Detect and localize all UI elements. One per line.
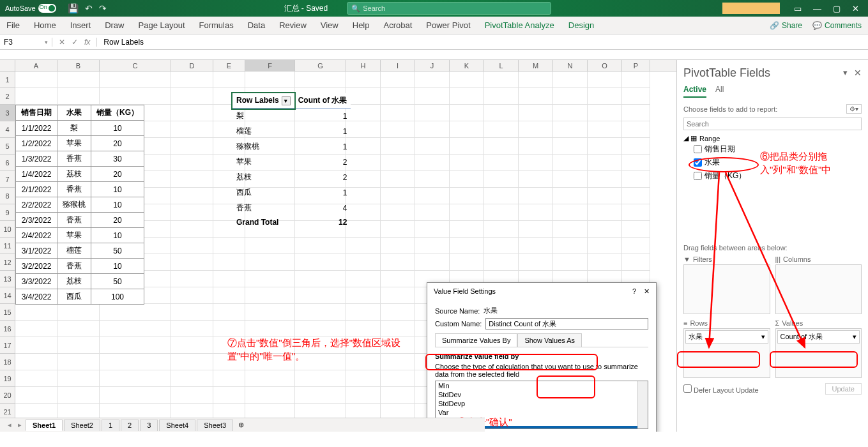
save-icon[interactable]: 💾 — [68, 3, 79, 13]
search-box[interactable]: 🔍 Search — [347, 2, 551, 15]
values-drop-area[interactable]: Count of 水果▾ — [775, 328, 862, 378]
fields-pane-title: PivotTable Fields — [683, 66, 862, 80]
tab-help[interactable]: Help — [353, 20, 370, 30]
sheet-nav-prev[interactable]: ◂ — [5, 421, 14, 429]
summarize-label: Summarize value field by — [435, 352, 648, 360]
summarize-desc: Choose the type of calculation that you … — [435, 363, 648, 378]
sheet-tab-1[interactable]: 1 — [102, 420, 119, 431]
fields-tools-icon[interactable]: ⚙▾ — [846, 104, 862, 114]
sheet-tab-Sheet4[interactable]: Sheet4 — [159, 420, 195, 431]
fields-pane-options-icon[interactable]: ▾ — [843, 68, 848, 77]
chevron-down-icon[interactable]: ▾ — [761, 333, 765, 341]
drag-areas-label: Drag fields between areas below: — [683, 244, 862, 252]
sheet-tab-3[interactable]: 3 — [140, 420, 158, 431]
minimize-icon[interactable]: — — [813, 4, 821, 13]
sheet-nav-next[interactable]: ▸ — [15, 421, 24, 429]
choose-fields-label: Choose fields to add to report: — [683, 105, 777, 113]
pivottable-fields-pane: PivotTable Fields ▾ ✕ Active All Choose … — [676, 60, 868, 432]
grand-total-value: 12 — [294, 216, 351, 229]
summarize-tab[interactable]: Summarize Values By — [435, 333, 517, 347]
redo-icon[interactable]: ↷ — [99, 3, 107, 13]
account-badge[interactable] — [722, 3, 780, 14]
cancel-formula-icon[interactable]: ✕ — [59, 38, 65, 47]
dialog-title: Value Field Settings — [434, 287, 496, 295]
custom-name-label: Custom Name: — [435, 320, 482, 328]
tab-file[interactable]: File — [6, 20, 20, 30]
sheet-tab-Sheet3[interactable]: Sheet3 — [197, 420, 233, 431]
search-icon: 🔍 — [351, 4, 360, 13]
maximize-icon[interactable]: ▢ — [833, 4, 841, 13]
tab-data[interactable]: Data — [248, 20, 265, 30]
chevron-down-icon[interactable]: ▾ — [853, 333, 857, 341]
tab-pivottable-analyze[interactable]: PivotTable Analyze — [485, 20, 554, 30]
dialog-close-icon[interactable]: ✕ — [644, 287, 650, 295]
source-name-label: Source Name: — [435, 307, 480, 315]
field-水果[interactable]: 水果 — [683, 156, 862, 169]
source-data-table: 销售日期水果销量（KG） 1/1/2022梨101/2/2022苹果201/3/… — [15, 105, 144, 305]
close-icon[interactable]: ✕ — [852, 4, 859, 13]
ribbon-mode-icon[interactable]: ▭ — [794, 4, 802, 13]
rows-area-label: ≡ Rows — [683, 319, 770, 327]
pivot-row-labels-header[interactable]: Row Labels▾ — [232, 93, 294, 109]
columns-drop-area[interactable] — [775, 264, 862, 314]
formula-bar: F3▾ ✕ ✓ fx Row Labels — [0, 34, 868, 50]
values-area-item[interactable]: Count of 水果▾ — [777, 330, 860, 344]
comments-button[interactable]: 💬 Comments — [812, 21, 862, 30]
row-labels-filter-dropdown[interactable]: ▾ — [282, 96, 291, 105]
undo-icon[interactable]: ↶ — [85, 3, 93, 13]
tab-view[interactable]: View — [321, 20, 339, 30]
sheet-tab-Sheet2[interactable]: Sheet2 — [64, 420, 100, 431]
sheet-tabs: ◂ ▸ Sheet1Sheet2123Sheet4Sheet3 ⊕ — [0, 418, 485, 432]
columns-area-label: ||| Columns — [775, 255, 862, 263]
title-bar: AutoSave 💾 ↶ ↷ 汇总 - Saved 🔍 Search ▭ — ▢… — [0, 0, 868, 17]
defer-update-checkbox[interactable]: Defer Layout Update — [683, 384, 759, 394]
document-title: 汇总 - Saved — [284, 3, 328, 14]
tab-formulas[interactable]: Formulas — [199, 20, 234, 30]
field-销量（KG）[interactable]: 销量（KG） — [683, 169, 862, 183]
sheet-tab-Sheet1[interactable]: Sheet1 — [26, 420, 63, 431]
values-area-label: Σ Values — [775, 319, 862, 327]
rows-area-item[interactable]: 水果▾ — [685, 330, 768, 344]
fields-tab-all[interactable]: All — [715, 85, 724, 98]
sheet-tab-2[interactable]: 2 — [121, 420, 139, 431]
fields-tab-active[interactable]: Active — [683, 85, 706, 98]
grand-total-label: Grand Total — [232, 216, 294, 229]
name-box[interactable]: F3▾ — [0, 38, 52, 47]
tab-design[interactable]: Design — [568, 20, 594, 30]
tab-review[interactable]: Review — [279, 20, 307, 30]
quick-access-toolbar: 💾 ↶ ↷ — [61, 3, 113, 13]
show-values-tab[interactable]: Show Values As — [517, 333, 582, 347]
pivot-count-header: Count of 水果 — [294, 93, 351, 109]
fields-search-input[interactable] — [683, 117, 862, 130]
source-name-value: 水果 — [483, 306, 498, 315]
spreadsheet-grid[interactable]: ABCDEFGHIJKLMNOP 12345678910111213141516… — [0, 60, 676, 432]
update-button[interactable]: Update — [825, 383, 862, 395]
tab-page-layout[interactable]: Page Layout — [139, 20, 185, 30]
tab-acrobat[interactable]: Acrobat — [384, 20, 413, 30]
filters-drop-area[interactable] — [683, 264, 770, 314]
rows-drop-area[interactable]: 水果▾ — [683, 328, 770, 378]
share-button[interactable]: 🔗 Share — [770, 21, 802, 30]
tab-insert[interactable]: Insert — [70, 20, 91, 30]
filters-area-label: ▼ Filters — [683, 255, 770, 263]
autosave-toggle[interactable]: AutoSave — [0, 4, 61, 13]
new-sheet-button[interactable]: ⊕ — [234, 421, 248, 429]
tab-home[interactable]: Home — [34, 20, 56, 30]
fields-range-node[interactable]: ◢ ▦Range — [683, 134, 862, 142]
pivot-table: Row Labels▾ Count of 水果 梨1榴莲1猕猴桃1苹果2荔枝2西… — [232, 93, 351, 229]
fields-pane-close-icon[interactable]: ✕ — [854, 68, 862, 78]
fx-icon[interactable]: fx — [84, 38, 90, 47]
tab-draw[interactable]: Draw — [105, 20, 124, 30]
value-field-settings-dialog: Value Field Settings ?✕ Source Name: 水果 … — [427, 282, 657, 432]
field-销售日期[interactable]: 销售日期 — [683, 142, 862, 156]
ribbon-tabs: File Home Insert Draw Page Layout Formul… — [0, 17, 868, 34]
autosave-label: AutoSave — [5, 4, 36, 12]
enter-formula-icon[interactable]: ✓ — [72, 38, 78, 47]
tab-power-pivot[interactable]: Power Pivot — [426, 20, 470, 30]
dialog-help-icon[interactable]: ? — [632, 287, 636, 295]
formula-input[interactable]: Row Labels — [97, 38, 150, 47]
custom-name-input[interactable] — [485, 318, 648, 330]
